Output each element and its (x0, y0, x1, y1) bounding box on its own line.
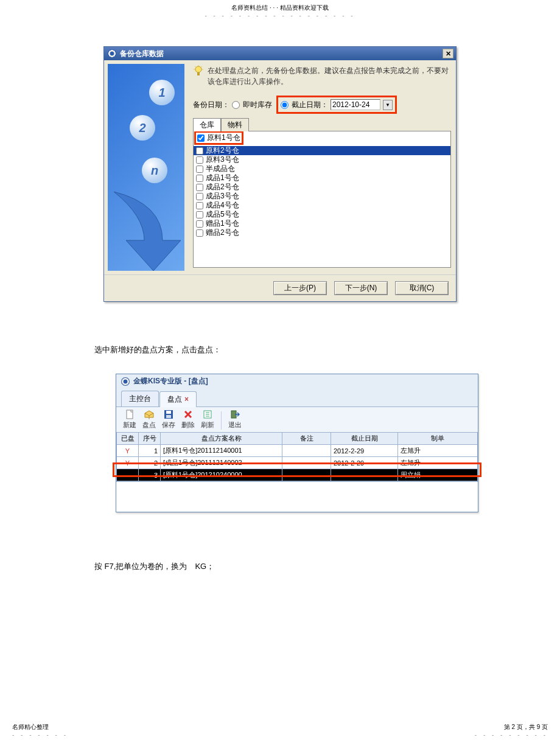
tb-stocktake-button[interactable]: 盘点 (139, 410, 159, 430)
footer-left-dots: - - - - - - - (12, 731, 68, 738)
col-date[interactable]: 截止日期 (331, 433, 398, 445)
warehouse-item-label: 成品1号仓 (206, 173, 239, 183)
table-row[interactable]: Y 1 [原料1号仓]201112140001 2012-2-29 左旭升 (117, 445, 478, 457)
svg-rect-1 (197, 72, 200, 75)
step-2-icon: 2 (130, 115, 155, 141)
warehouse-checkbox[interactable] (196, 220, 203, 228)
warehouse-item-label: 赠品2号仓 (206, 228, 239, 237)
tb-delete-label: 删除 (181, 420, 195, 430)
radio-cutoff[interactable]: 截止日期： (281, 100, 328, 110)
tab-close-icon[interactable]: × (184, 395, 189, 403)
tb-new-button[interactable]: 新建 (120, 410, 139, 430)
warehouse-item-label: 原料2号仓 (206, 146, 239, 155)
cancel-button[interactable]: 取消(C) (395, 281, 449, 295)
radio-cutoff-label: 截止日期： (292, 100, 328, 110)
svg-line-6 (201, 66, 203, 68)
warehouse-item-label: 半成品仓 (206, 164, 235, 173)
warehouse-item-label: 成品5号仓 (206, 210, 239, 219)
tb-stocktake-label: 盘点 (142, 420, 156, 430)
warehouse-checkbox[interactable] (196, 175, 203, 182)
tb-delete-button[interactable]: 删除 (178, 410, 198, 430)
table-row[interactable]: Y 2 [成品1号仓]201112140002 2012-2-29 左旭升 (117, 457, 478, 469)
first-item-highlight: 原料1号仓 (194, 131, 243, 145)
footer-right: 第 2 页，共 9 页 (504, 724, 548, 730)
warehouse-checkbox[interactable] (196, 147, 203, 155)
svg-point-0 (195, 66, 201, 72)
warehouse-checkbox[interactable] (196, 166, 203, 173)
col-remark[interactable]: 备注 (282, 433, 331, 445)
wizard-sidebar: 1 2 n (108, 64, 184, 271)
tb-exit-label: 退出 (228, 420, 242, 430)
footer-right-dots: - - - - - - - - - (475, 731, 548, 738)
tb-save-label: 保存 (162, 420, 175, 430)
warehouse-item-label: 原料3号仓 (206, 155, 239, 164)
warehouse-item-label: 成品2号仓 (206, 183, 239, 192)
svg-rect-10 (166, 415, 171, 418)
tab-stocktake[interactable]: 盘点× (159, 391, 197, 407)
close-button[interactable]: ✕ (443, 49, 453, 58)
backup-dialog: 备份仓库数据 ✕ 1 2 n 在处理盘点之前，先备份仓库数据。建议在盘点报告单未… (103, 46, 457, 302)
doc-header-text: 名师资料总结 · · · 精品资料欢迎下载 (231, 4, 328, 11)
doc-header-dots: - - - - - - - - - - - - - - - - - - (205, 12, 355, 19)
warehouse-checkbox[interactable] (196, 229, 203, 237)
app-icon (121, 377, 130, 386)
svg-rect-9 (166, 411, 171, 414)
tb-new-label: 新建 (123, 420, 136, 430)
app-title: 金蝶KIS专业版 - [盘点] (133, 376, 208, 386)
warehouse-checkbox[interactable] (196, 202, 203, 209)
plan-grid[interactable]: 已盘 序号 盘点方案名称 备注 截止日期 制单 Y 1 [原料1号仓]20111… (116, 432, 478, 481)
tip-text: 在处理盘点之前，先备份仓库数据。建议在盘点报告单未完成之前，不要对该仓库进行出入… (208, 65, 451, 87)
instruction-text-2: 按 F7,把单位为卷的，换为 KG； (94, 561, 548, 572)
warehouse-item-label: 成品3号仓 (206, 192, 239, 201)
cutoff-date-input[interactable]: 2012-10-24 (331, 99, 380, 110)
svg-line-5 (195, 66, 196, 68)
warehouse-listbox[interactable]: 原料1号仓 原料2号仓 原料3号仓 半成品仓 成品1号仓 成品2号仓 成品3号仓… (193, 131, 451, 268)
tb-refresh-label: 刷新 (201, 420, 214, 430)
tab-stocktake-label: 盘点 (167, 395, 182, 403)
wizard-arrow-icon (114, 192, 181, 271)
warehouse-checkbox[interactable] (196, 211, 203, 218)
warehouse-checkbox[interactable] (196, 156, 203, 164)
footer-left: 名师精心整理 (12, 724, 49, 730)
col-seq[interactable]: 序号 (139, 433, 161, 445)
warehouse-item-label: 赠品1号仓 (206, 219, 239, 228)
cutoff-highlight: 截止日期： 2012-10-24 ▼ (276, 96, 397, 114)
tab-warehouse[interactable]: 仓库 (193, 118, 221, 131)
table-row-selected[interactable]: 3 [原料1号仓]201210240000 周立娟 (117, 469, 478, 481)
step-n-icon: n (142, 158, 167, 183)
warehouse-checkbox[interactable] (196, 193, 203, 200)
toolbar-separator (221, 411, 222, 430)
dialog-titlebar: 备份仓库数据 ✕ (104, 47, 456, 60)
toolbar: 新建 盘点 保存 删除 刷新 退出 (116, 407, 478, 432)
warehouse-checkbox[interactable] (197, 134, 205, 142)
radio-immediate-label: 即时库存 (243, 100, 272, 110)
radio-immediate[interactable]: 即时库存 (232, 100, 272, 110)
kis-app-window: 金蝶KIS专业版 - [盘点] 主控台 盘点× 新建 盘点 保存 删除 刷新 退… (116, 374, 478, 512)
next-button[interactable]: 下一步(N) (334, 281, 388, 295)
warehouse-checkbox[interactable] (196, 184, 203, 191)
tb-save-button[interactable]: 保存 (159, 410, 178, 430)
tb-refresh-button[interactable]: 刷新 (198, 410, 217, 430)
backup-date-label: 备份日期： (193, 100, 229, 110)
col-done[interactable]: 已盘 (117, 433, 139, 445)
col-name[interactable]: 盘点方案名称 (161, 433, 282, 445)
gear-icon (108, 49, 116, 58)
instruction-text-1: 选中新增好的盘点方案，点击盘点： (94, 344, 548, 355)
tb-exit-button[interactable]: 退出 (225, 410, 245, 430)
step-1-icon: 1 (149, 80, 175, 105)
svg-rect-7 (127, 410, 133, 419)
tab-main-console[interactable]: 主控台 (121, 391, 159, 406)
tab-material[interactable]: 物料 (221, 118, 249, 131)
date-dropdown-button[interactable]: ▼ (383, 100, 393, 110)
warehouse-item-label: 原料1号仓 (207, 133, 240, 142)
prev-button[interactable]: 上一步(P) (273, 281, 327, 295)
dialog-title: 备份仓库数据 (120, 49, 164, 59)
col-maker[interactable]: 制单 (398, 433, 478, 445)
lightbulb-icon (193, 65, 204, 77)
warehouse-item-label: 成品4号仓 (206, 201, 239, 210)
